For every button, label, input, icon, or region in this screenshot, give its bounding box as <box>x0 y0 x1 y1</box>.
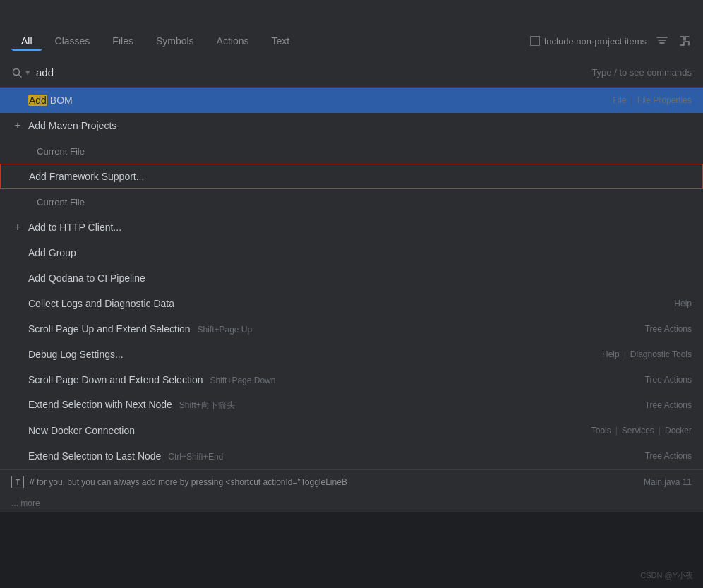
search-input[interactable]: add <box>36 66 54 78</box>
result-current-file-1[interactable]: Current File <box>0 138 703 164</box>
tab-text[interactable]: Text <box>262 31 300 51</box>
tab-all[interactable]: All <box>11 31 42 51</box>
result-new-docker[interactable]: New Docker Connection Tools | Services |… <box>0 418 703 443</box>
result-add-bom[interactable]: Add BOM File | File Properties <box>0 88 703 113</box>
new-docker-right: Tools | Services | Docker <box>591 426 692 436</box>
add-bom-highlight: Add <box>28 95 47 106</box>
add-bom-prefix <box>11 94 24 107</box>
extend-last-prefix <box>11 450 24 462</box>
add-bom-label: Add BOM <box>28 95 613 106</box>
extend-next-shortcut: Shift+向下箭头 <box>179 400 235 410</box>
extend-next-right: Tree Actions <box>645 400 692 410</box>
filter-icon[interactable] <box>655 34 669 48</box>
result-scroll-page-down[interactable]: Scroll Page Down and Extend Selection Sh… <box>0 367 703 392</box>
scroll-up-prefix <box>11 323 24 335</box>
tab-actions[interactable]: Actions <box>207 31 259 51</box>
extend-next-prefix <box>11 399 24 412</box>
current-file-2-label: Current File <box>37 197 692 208</box>
preview-text: // for you, but you can always add more … <box>30 477 638 487</box>
scroll-down-right: Tree Actions <box>645 375 692 385</box>
right-controls: Include non-project items <box>530 34 692 48</box>
add-http-label: Add to HTTP Client... <box>28 222 692 233</box>
include-non-project-checkbox[interactable] <box>530 36 540 46</box>
result-add-qodana[interactable]: Add Qodana to CI Pipeline <box>0 265 703 291</box>
add-bom-right: File | File Properties <box>613 95 692 105</box>
add-qodana-prefix <box>11 272 24 284</box>
add-group-prefix <box>11 246 24 259</box>
search-icon-wrap: ▾ <box>11 67 30 78</box>
result-current-file-2[interactable]: Current File <box>0 189 703 215</box>
tab-files[interactable]: Files <box>102 31 143 51</box>
new-docker-prefix <box>11 424 24 437</box>
more-row[interactable]: ... more <box>0 494 703 512</box>
search-prefix: ▾ <box>25 67 30 78</box>
scroll-up-label: Scroll Page Up and Extend Selection Shif… <box>28 323 645 335</box>
top-bar <box>0 0 703 21</box>
include-non-project-text: Include non-project items <box>544 36 647 47</box>
debug-log-label: Debug Log Settings... <box>28 349 602 360</box>
tabs-row: All Classes Files Symbols Actions Text I… <box>0 21 703 61</box>
add-maven-prefix: + <box>11 119 24 132</box>
debug-log-prefix <box>11 348 24 361</box>
bottom-preview: T // for you, but you can always add mor… <box>0 469 703 494</box>
scroll-up-shortcut: Shift+Page Up <box>197 325 252 335</box>
expand-icon[interactable] <box>678 34 692 48</box>
search-placeholder: Type / to see commands <box>591 67 692 78</box>
add-group-label: Add Group <box>28 247 692 258</box>
extend-last-label: Extend Selection to Last Node Ctrl+Shift… <box>28 450 645 462</box>
search-icon <box>11 67 23 78</box>
include-non-project-label[interactable]: Include non-project items <box>530 36 647 47</box>
extend-next-label: Extend Selection with Next Node Shift+向下… <box>28 399 645 412</box>
scroll-down-shortcut: Shift+Page Down <box>210 376 275 385</box>
result-add-http[interactable]: + Add to HTTP Client... <box>0 215 703 240</box>
search-row: ▾ add Type / to see commands <box>0 61 703 87</box>
tab-classes[interactable]: Classes <box>45 31 100 51</box>
add-http-prefix: + <box>11 221 24 234</box>
new-docker-label: New Docker Connection <box>28 425 591 436</box>
preview-right: Main.java 11 <box>644 477 692 487</box>
tab-symbols[interactable]: Symbols <box>146 31 204 51</box>
result-collect-logs[interactable]: Collect Logs and Diagnostic Data Help <box>0 291 703 316</box>
scroll-down-label: Scroll Page Down and Extend Selection Sh… <box>28 374 645 385</box>
collect-logs-prefix <box>11 297 24 310</box>
extend-last-right: Tree Actions <box>645 451 692 461</box>
extend-last-shortcut: Ctrl+Shift+End <box>168 452 223 462</box>
result-add-group[interactable]: Add Group <box>0 240 703 265</box>
debug-log-right: Help | Diagnostic Tools <box>602 349 692 359</box>
add-qodana-label: Add Qodana to CI Pipeline <box>28 272 692 284</box>
add-maven-label: Add Maven Projects <box>28 120 692 131</box>
collect-logs-label: Collect Logs and Diagnostic Data <box>28 298 674 309</box>
add-framework-prefix <box>12 170 25 183</box>
result-extend-last[interactable]: Extend Selection to Last Node Ctrl+Shift… <box>0 443 703 469</box>
result-scroll-page-up[interactable]: Scroll Page Up and Extend Selection Shif… <box>0 316 703 342</box>
results-list: Add BOM File | File Properties + Add Mav… <box>0 88 703 512</box>
scroll-up-right: Tree Actions <box>645 324 692 334</box>
result-extend-next[interactable]: Extend Selection with Next Node Shift+向下… <box>0 392 703 418</box>
search-container: All Classes Files Symbols Actions Text I… <box>0 21 703 88</box>
result-add-framework[interactable]: Add Framework Support... <box>0 164 703 189</box>
result-debug-log[interactable]: Debug Log Settings... Help | Diagnostic … <box>0 342 703 367</box>
watermark: CSDN @Y小夜 <box>640 570 693 581</box>
preview-type-icon: T <box>11 476 24 488</box>
result-add-maven[interactable]: + Add Maven Projects <box>0 113 703 138</box>
add-framework-label: Add Framework Support... <box>29 171 691 182</box>
scroll-down-prefix <box>11 373 24 386</box>
collect-logs-right: Help <box>674 299 692 308</box>
current-file-1-label: Current File <box>37 146 692 157</box>
